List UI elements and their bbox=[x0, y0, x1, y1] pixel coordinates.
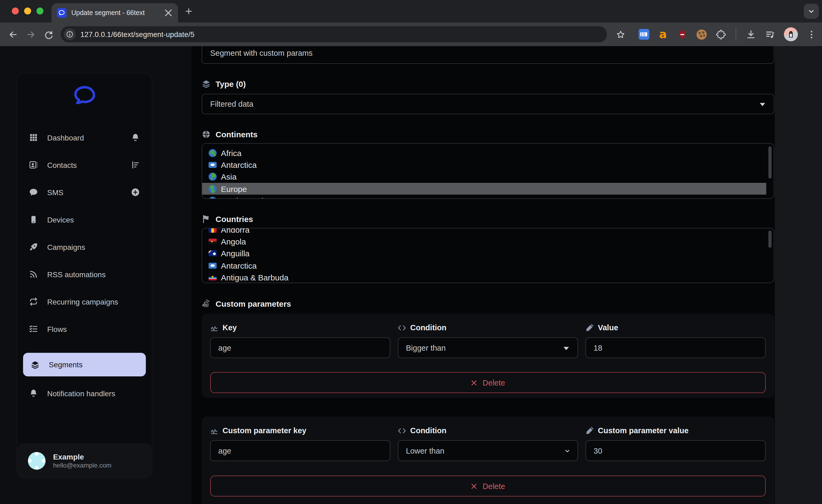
country-option[interactable]: Andorra bbox=[202, 228, 766, 235]
globe-africa-icon bbox=[209, 149, 217, 157]
sidebar-item-segments[interactable]: Segments bbox=[23, 353, 146, 376]
browser-tab-bar: Update segment - 66text bbox=[0, 0, 822, 23]
user-email: hello@example.com bbox=[53, 461, 111, 469]
sidebar-item-devices[interactable]: Devices bbox=[17, 206, 152, 233]
pen-icon bbox=[585, 324, 593, 332]
scroll-gutter[interactable] bbox=[775, 46, 822, 504]
chat-bubble-icon bbox=[29, 188, 38, 197]
extensions-puzzle-icon[interactable] bbox=[715, 29, 727, 40]
profile-avatar[interactable] bbox=[784, 27, 798, 41]
country-option[interactable]: Antarctica bbox=[202, 260, 766, 272]
sidebar-item-label: Recurring campaigns bbox=[47, 297, 118, 306]
site-info-icon[interactable] bbox=[64, 28, 76, 40]
tab-close-icon[interactable] bbox=[164, 9, 173, 17]
scrollbar-thumb[interactable] bbox=[768, 146, 772, 178]
sidebar-item-label: RSS automations bbox=[47, 270, 106, 279]
reload-button[interactable] bbox=[41, 27, 56, 42]
chat-bubble-favicon-icon bbox=[57, 8, 66, 18]
new-tab-button[interactable] bbox=[184, 7, 193, 16]
address-bar[interactable]: 127.0.0.1/66text/segment-update/5 bbox=[61, 26, 607, 42]
delete-parameter-button[interactable]: Delete bbox=[210, 476, 766, 496]
sidebar-item-campaigns[interactable]: Campaigns bbox=[17, 233, 152, 261]
rocket-icon bbox=[29, 242, 38, 251]
bell-icon bbox=[29, 389, 38, 398]
caret-down-icon bbox=[760, 103, 765, 106]
antarctica-flag-icon bbox=[209, 263, 217, 269]
chevron-down-icon bbox=[808, 8, 815, 15]
sidebar: Dashboard Contacts SMS Devices bbox=[17, 73, 152, 478]
sidebar-item-label: Campaigns bbox=[47, 242, 85, 251]
globe-europe-icon bbox=[209, 185, 217, 193]
signature-icon bbox=[210, 324, 218, 332]
ruler-extension-icon[interactable] bbox=[638, 29, 649, 40]
x-icon bbox=[471, 379, 477, 386]
value-input[interactable] bbox=[585, 440, 766, 461]
bookmark-star-button[interactable] bbox=[613, 27, 628, 42]
downloads-button[interactable] bbox=[745, 29, 757, 40]
type-label: Type (0) bbox=[201, 78, 774, 89]
layers-icon bbox=[31, 360, 40, 369]
close-window-button[interactable] bbox=[12, 8, 19, 14]
segment-name-input[interactable] bbox=[201, 46, 774, 64]
key-label: Key bbox=[210, 322, 390, 333]
url-text: 127.0.0.1/66text/segment-update/5 bbox=[80, 30, 194, 38]
forward-button[interactable] bbox=[23, 27, 38, 42]
browser-tab[interactable]: Update segment - 66text bbox=[51, 3, 178, 23]
window-controls bbox=[12, 8, 43, 14]
country-option[interactable]: Angola bbox=[202, 235, 766, 248]
back-button[interactable] bbox=[5, 27, 20, 42]
delete-parameter-button[interactable]: Delete bbox=[210, 372, 766, 393]
minimize-window-button[interactable] bbox=[24, 8, 31, 14]
caret-down-icon bbox=[563, 347, 569, 350]
sidebar-item-label: Contacts bbox=[47, 160, 77, 169]
sidebar-item-dashboard[interactable]: Dashboard bbox=[17, 124, 152, 151]
sidebar-item-flows[interactable]: Flows bbox=[17, 315, 152, 343]
user-card[interactable]: Example hello@example.com bbox=[17, 443, 152, 478]
countries-label: Countries bbox=[201, 213, 774, 224]
extension-icons: a bbox=[638, 27, 817, 41]
andorra-flag-icon bbox=[209, 228, 217, 232]
grid-icon bbox=[29, 133, 38, 142]
cookie-extension-icon[interactable] bbox=[696, 29, 707, 40]
type-select-value: Filtered data bbox=[210, 100, 253, 108]
browser-window: Update segment - 66text 127.0.0.1/66text… bbox=[0, 0, 822, 504]
zoom-window-button[interactable] bbox=[36, 8, 43, 14]
sidebar-item-label: SMS bbox=[47, 188, 63, 196]
contact-card-icon bbox=[29, 160, 38, 169]
globe-icon bbox=[201, 129, 211, 139]
amazon-extension-icon[interactable]: a bbox=[658, 29, 669, 40]
country-option[interactable]: Anguilla bbox=[202, 247, 766, 260]
globe-americas-icon bbox=[209, 197, 217, 199]
media-playlist-button[interactable] bbox=[765, 29, 776, 40]
type-select[interactable]: Filtered data bbox=[201, 94, 774, 114]
toolbar-divider bbox=[736, 28, 736, 41]
key-input[interactable] bbox=[210, 337, 390, 358]
segment-update-form: Type (0) Filtered data Continents Africa bbox=[201, 46, 774, 504]
sidebar-nav: Dashboard Contacts SMS Devices bbox=[17, 124, 152, 407]
continent-option-selected[interactable]: Europe bbox=[202, 183, 766, 195]
condition-label: Condition bbox=[398, 425, 578, 436]
sidebar-item-recurring-campaigns[interactable]: Recurring campaigns bbox=[17, 288, 152, 315]
sidebar-item-sms[interactable]: SMS bbox=[17, 178, 152, 206]
sidebar-item-contacts[interactable]: Contacts bbox=[17, 151, 152, 178]
sidebar-item-rss-automations[interactable]: RSS automations bbox=[17, 261, 152, 288]
continent-option[interactable]: Africa bbox=[202, 147, 766, 159]
scrollbar-thumb[interactable] bbox=[768, 230, 772, 248]
continent-option[interactable]: North America bbox=[202, 195, 766, 199]
tab-search-button[interactable] bbox=[804, 4, 819, 19]
value-input[interactable] bbox=[585, 337, 766, 358]
continent-option[interactable]: Asia bbox=[202, 171, 766, 183]
condition-select[interactable]: Lower than bbox=[398, 440, 578, 461]
condition-select[interactable]: Bigger than bbox=[398, 337, 578, 358]
key-label: Custom parameter key bbox=[210, 425, 390, 436]
browser-menu-button[interactable] bbox=[806, 29, 817, 40]
code-icon bbox=[398, 324, 406, 332]
country-option[interactable]: Antigua & Barbuda bbox=[202, 271, 766, 283]
key-input[interactable] bbox=[210, 440, 390, 461]
chart-icon bbox=[131, 160, 140, 169]
browser-toolbar: 127.0.0.1/66text/segment-update/5 a bbox=[0, 23, 822, 46]
custom-parameter-group: Key Condition Value Bigger than bbox=[201, 314, 774, 398]
adblock-shield-extension-icon[interactable] bbox=[677, 29, 688, 40]
sidebar-item-notification-handlers[interactable]: Notification handlers bbox=[17, 380, 152, 407]
continent-option[interactable]: Antarctica bbox=[202, 159, 766, 171]
